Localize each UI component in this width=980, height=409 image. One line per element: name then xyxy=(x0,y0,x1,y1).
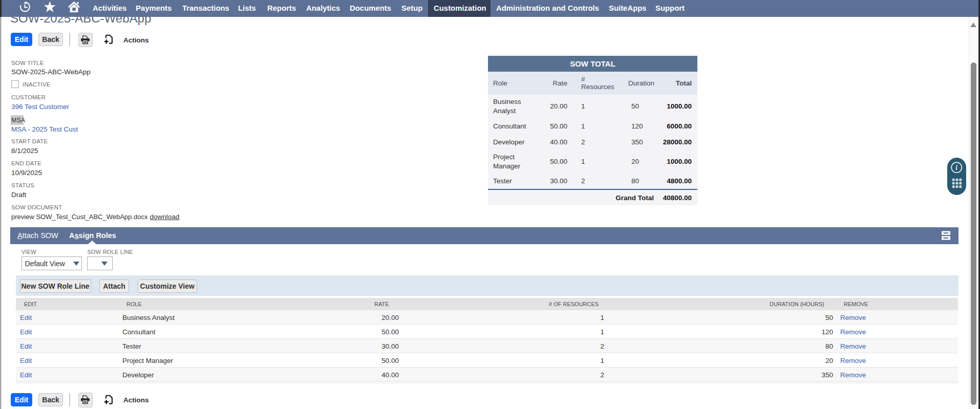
svg-text:i: i xyxy=(955,164,957,171)
